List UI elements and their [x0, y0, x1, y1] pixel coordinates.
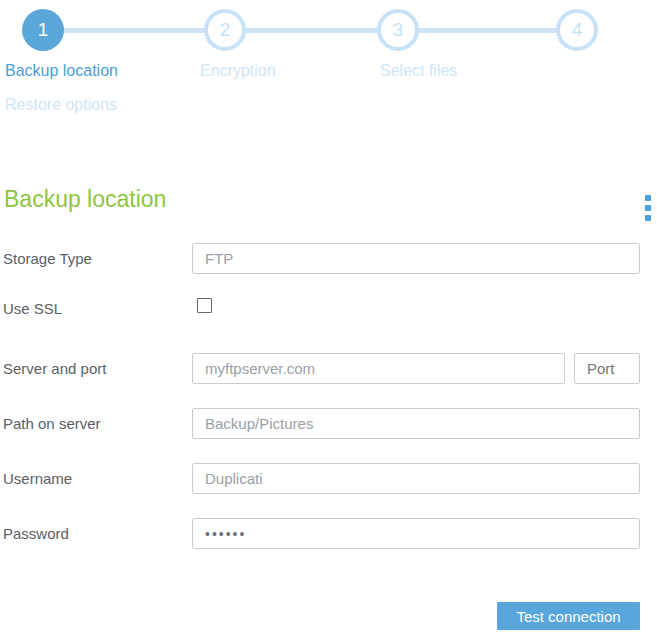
step-label-encryption[interactable]: Encryption — [200, 62, 276, 80]
step-label-backup-location[interactable]: Backup location — [5, 62, 118, 80]
server-and-port-label: Server and port — [3, 360, 106, 377]
storage-type-label: Storage Type — [3, 250, 92, 267]
step-number: 1 — [38, 19, 49, 41]
page-title: Backup location — [4, 186, 166, 213]
use-ssl-label: Use SSL — [3, 300, 62, 317]
step-number: 3 — [393, 19, 404, 41]
step-label-select-files[interactable]: Select files — [380, 62, 457, 80]
step-number: 4 — [572, 19, 583, 41]
duplicati-add-backup-wizard: 1 2 3 4 Backup location Encryption Selec… — [0, 0, 657, 636]
use-ssl-checkbox[interactable] — [197, 298, 212, 313]
path-on-server-label: Path on server — [3, 415, 101, 432]
step-number: 2 — [220, 19, 231, 41]
path-field[interactable] — [192, 408, 640, 439]
storage-type-field[interactable] — [192, 243, 640, 274]
step-circle-3[interactable]: 3 — [377, 9, 419, 51]
password-label: Password — [3, 525, 69, 542]
test-connection-button[interactable]: Test connection — [497, 602, 640, 630]
password-field[interactable] — [192, 518, 640, 549]
port-field[interactable] — [574, 353, 640, 384]
username-label: Username — [3, 470, 72, 487]
step-connector-line — [43, 28, 577, 33]
step-circle-1[interactable]: 1 — [22, 9, 64, 51]
step-label-restore-options[interactable]: Restore options — [5, 96, 117, 114]
step-circle-2[interactable]: 2 — [204, 9, 246, 51]
step-circle-4[interactable]: 4 — [556, 9, 598, 51]
username-field[interactable] — [192, 463, 640, 494]
server-field[interactable] — [192, 353, 565, 384]
kebab-menu-icon[interactable] — [645, 195, 652, 221]
